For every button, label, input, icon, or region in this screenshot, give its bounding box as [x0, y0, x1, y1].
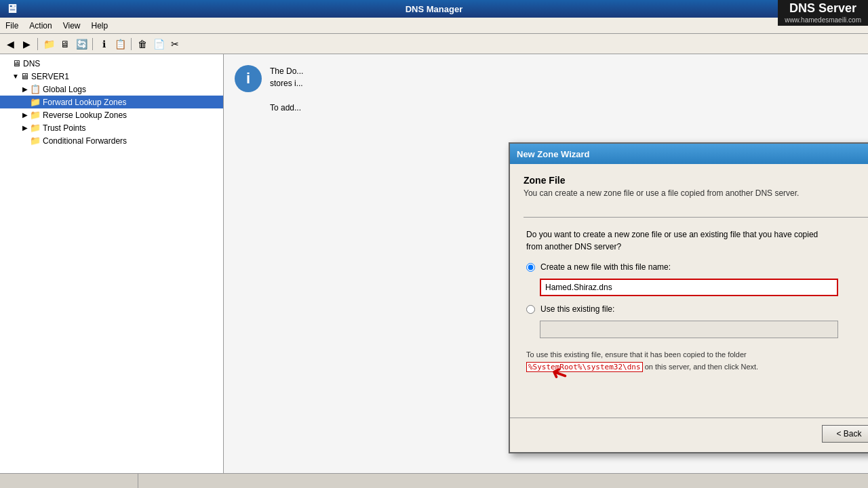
- main-layout: 🖥 DNS ▼ 🖥 SERVER1 ▶ 📋 Global Logs 📁 Forw…: [0, 54, 868, 473]
- toolbar: ◀ ▶ 📁 🖥 🔄 ℹ 📋 🗑 📄 ✂: [0, 34, 868, 54]
- wizard-section-desc: You can create a new zone file or use a …: [524, 188, 799, 198]
- toolbar-sep-1: [37, 38, 38, 50]
- content-area: i The Do... stores i... To add... 4 New …: [224, 54, 868, 473]
- title-bar: 🖥 DNS Manager DNS Server www.hamedesmaei…: [0, 0, 868, 18]
- cut-button[interactable]: ✂: [167, 37, 182, 52]
- tree-arrow-global-logs: ▶: [20, 85, 30, 93]
- status-pane-1: [3, 474, 138, 488]
- existing-file-name-input[interactable]: [540, 321, 838, 338]
- dns-server-badge: DNS Server www.hamedesmaeili.com: [778, 0, 868, 26]
- info-circle-icon: i: [235, 65, 262, 92]
- trust-points-icon: 📁: [30, 123, 41, 133]
- toolbar-sep-3: [131, 38, 132, 50]
- dns-icon: 🖥: [12, 58, 21, 68]
- document-button[interactable]: 📄: [151, 37, 166, 52]
- existing-file-note: To use this existing file, ensure that i…: [524, 349, 863, 373]
- sidebar-item-global-logs[interactable]: ▶ 📋 Global Logs: [0, 83, 223, 96]
- sidebar-item-label-trust-points: Trust Points: [43, 123, 86, 133]
- app-icon: 🖥: [5, 2, 18, 16]
- sidebar-item-label-dns: DNS: [23, 59, 40, 68]
- server-icon: 🖥: [20, 71, 29, 81]
- tree-arrow-server1: ▼: [11, 73, 20, 80]
- info-panel: i The Do... stores i... To add...: [235, 65, 857, 114]
- sidebar: 🖥 DNS ▼ 🖥 SERVER1 ▶ 📋 Global Logs 📁 Forw…: [0, 54, 224, 473]
- sidebar-item-label-server1: SERVER1: [31, 72, 69, 81]
- wizard-dialog: New Zone Wizard ✕ Zone File You can crea…: [509, 142, 868, 453]
- computer-button[interactable]: 🖥: [58, 37, 73, 52]
- forward-lookup-icon: 📁: [30, 97, 41, 107]
- copy-button[interactable]: 📋: [113, 37, 127, 52]
- toolbar-sep-2: [92, 38, 93, 50]
- back-button-wizard[interactable]: < Back: [822, 425, 868, 443]
- wizard-header: Zone File You can create a new zone file…: [524, 175, 868, 218]
- create-new-radio[interactable]: [526, 263, 535, 272]
- delete-button[interactable]: 🗑: [135, 37, 150, 52]
- global-logs-icon: 📋: [30, 84, 41, 94]
- existing-file-input-group: [540, 321, 868, 338]
- option2-radio-group: Use this existing file:: [524, 304, 868, 314]
- new-file-input-group: [540, 279, 868, 296]
- wizard-title-bar: New Zone Wizard ✕: [510, 144, 868, 164]
- forward-button[interactable]: ▶: [19, 37, 34, 52]
- sidebar-item-dns[interactable]: 🖥 DNS: [0, 57, 223, 70]
- tree-arrow-reverse: ▶: [20, 111, 30, 119]
- sidebar-item-conditional-forwarders[interactable]: 📁 Conditional Forwarders: [0, 134, 223, 147]
- sidebar-item-label-global-logs: Global Logs: [43, 85, 86, 94]
- status-pane-2: [138, 474, 865, 488]
- info-description: The Do... stores i... To add...: [270, 65, 303, 114]
- conditional-forwarders-icon: 📁: [30, 136, 41, 146]
- open-folder-button[interactable]: 📁: [41, 37, 56, 52]
- option1-label[interactable]: Create a new file with this file name:: [540, 262, 671, 272]
- menu-help[interactable]: Help: [86, 20, 114, 32]
- menu-view[interactable]: View: [58, 20, 86, 32]
- menu-action[interactable]: Action: [24, 20, 57, 32]
- wizard-body: Zone File You can create a new zone file…: [510, 164, 868, 418]
- menu-bar: File Action View Help: [0, 18, 868, 34]
- sidebar-item-trust-points[interactable]: ▶ 📁 Trust Points: [0, 121, 223, 134]
- option2-label[interactable]: Use this existing file:: [540, 304, 614, 314]
- back-button[interactable]: ◀: [3, 37, 18, 52]
- reverse-lookup-icon: 📁: [30, 110, 41, 120]
- sidebar-item-label-reverse-lookup: Reverse Lookup Zones: [43, 110, 127, 120]
- sidebar-item-forward-lookup[interactable]: 📁 Forward Lookup Zones: [0, 96, 223, 108]
- sidebar-item-label-forward-lookup: Forward Lookup Zones: [43, 98, 126, 107]
- wizard-section-title: Zone File: [524, 175, 799, 186]
- app-title: DNS Manager: [406, 4, 463, 14]
- refresh-button[interactable]: 🔄: [74, 37, 89, 52]
- wizard-question: Do you want to create a new zone file or…: [524, 228, 868, 253]
- path-highlight: %SystemRoot%\system32\dns: [526, 362, 643, 372]
- new-file-name-input[interactable]: [540, 279, 838, 296]
- tree-arrow-trust: ▶: [20, 124, 30, 131]
- status-bar: [0, 473, 868, 488]
- menu-file[interactable]: File: [0, 20, 24, 32]
- wizard-header-text: Zone File You can create a new zone file…: [524, 175, 799, 198]
- sidebar-item-label-conditional-forwarders: Conditional Forwarders: [43, 136, 127, 146]
- dns-manager-icon: 🖥: [5, 2, 18, 16]
- sidebar-item-server1[interactable]: ▼ 🖥 SERVER1: [0, 70, 223, 83]
- wizard-footer: < Back Next > Cancel: [510, 418, 868, 452]
- option1-radio-group: Create a new file with this file name:: [524, 262, 868, 272]
- wizard-title: New Zone Wizard: [517, 149, 590, 159]
- info-button[interactable]: ℹ: [96, 37, 111, 52]
- use-existing-radio[interactable]: [526, 305, 535, 314]
- sidebar-item-reverse-lookup[interactable]: ▶ 📁 Reverse Lookup Zones: [0, 108, 223, 121]
